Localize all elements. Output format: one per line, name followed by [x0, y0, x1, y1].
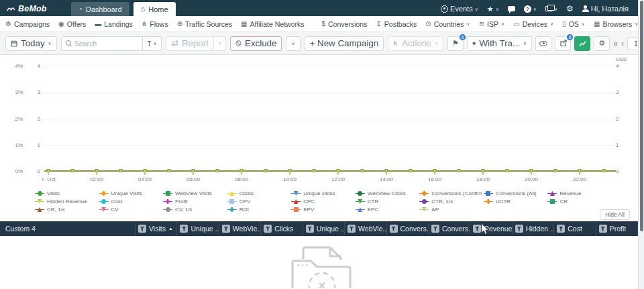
report-dropdown-button[interactable]: ∨ — [214, 36, 226, 51]
legend-item-webview-clicks[interactable]: WebView Clicks — [356, 190, 419, 196]
nav-item-os[interactable]: ▯OS∨ — [562, 20, 585, 28]
table-column-webvie[interactable]: WebVie... — [345, 221, 386, 236]
legend-item-profit[interactable]: Profit — [163, 198, 226, 205]
legend-item-cr-1-x[interactable]: CR, 1/x — [35, 207, 98, 213]
legend-marker-shape — [101, 190, 106, 196]
legend-item-epv[interactable]: EPV — [291, 207, 354, 213]
hide-all-button[interactable]: Hide All — [600, 209, 630, 220]
nav-item-isp[interactable]: ≋ISP∨ — [479, 20, 504, 28]
traffic-chart: USD 4%443%332%221%110%00 7. Oct02:0004:0… — [0, 55, 638, 221]
bemob-logo[interactable]: BeMob — [0, 4, 54, 16]
nav-item-traffic-sources[interactable]: ⊕Traffic Sources — [177, 20, 232, 28]
filter-button[interactable] — [431, 225, 439, 233]
legend-marker — [163, 190, 172, 196]
legend-item-visits[interactable]: Visits — [35, 190, 98, 196]
nav-item-flows[interactable]: ⋔Flows — [142, 20, 168, 28]
nav-item-postbacks[interactable]: ↧Postbacks — [376, 20, 417, 28]
table-settings-button[interactable]: ⚙ — [594, 36, 610, 51]
nav-item-conversions[interactable]: $Conversions — [321, 20, 367, 28]
prev-page-button[interactable]: ‹ — [621, 39, 624, 48]
nav-item-landings[interactable]: ▬Landings — [95, 20, 133, 28]
report-button[interactable]: ⇄ Report — [166, 36, 214, 51]
filter-button[interactable] — [515, 225, 523, 233]
table-column-convers[interactable]: Convers... — [429, 221, 470, 236]
actions-button[interactable]: Actions ∨ — [388, 36, 443, 51]
filter-button[interactable] — [138, 225, 146, 233]
legend-item-hidden-revenue[interactable]: Hidden Revenue — [35, 198, 98, 205]
flags-button[interactable]: ⚑ 6 — [447, 36, 464, 51]
table-column-profit[interactable]: Profit — [596, 221, 638, 236]
legend-label: ROI — [239, 207, 249, 213]
filter-button[interactable] — [473, 225, 481, 233]
share-button[interactable]: 6 — [555, 36, 571, 51]
legend-item-cpv[interactable]: CPV — [227, 198, 290, 205]
user-menu[interactable]: Hi, Наталія — [582, 5, 629, 13]
nav-item-countries[interactable]: ⊙Countries∨ — [425, 20, 470, 28]
legend-item-revenue[interactable]: Revenue — [547, 190, 610, 196]
traffic-filter-button[interactable]: ♥ With Tra... ∨ — [467, 36, 532, 51]
table-column-convers[interactable]: Convers... — [387, 221, 429, 236]
nav-item-campaigns[interactable]: ⚙Campaigns — [5, 20, 50, 28]
legend-item-webview-visits[interactable]: WebView Visits — [163, 190, 226, 196]
legend-item-ctr-1-x[interactable]: CTR, 1/x — [419, 198, 482, 205]
legend-item-ctr[interactable]: CTR — [356, 198, 419, 205]
filter-button[interactable] — [306, 225, 314, 233]
billing-menu[interactable]: ∨ — [545, 6, 557, 11]
filter-button[interactable] — [347, 225, 356, 233]
filter-button[interactable] — [390, 225, 398, 233]
table-column-unique[interactable]: Unique ... — [303, 221, 345, 236]
vertical-scrollbar[interactable] — [638, 0, 644, 289]
filter-button[interactable] — [557, 225, 565, 233]
legend-item-ap[interactable]: AP — [419, 207, 482, 213]
legend-item-unique-visits[interactable]: Unique Visits — [99, 190, 162, 196]
favorites-menu[interactable]: ★ ∨ — [487, 5, 499, 13]
date-range-button[interactable]: Today ∨ — [5, 36, 57, 51]
legend-item-epc[interactable]: EPC — [356, 207, 419, 213]
nav-item-devices[interactable]: ▭Devices∨ — [513, 20, 553, 28]
legend-item-cv[interactable]: CV — [99, 207, 162, 213]
scrollbar-thumb[interactable] — [640, 1, 643, 231]
table-column-hidden[interactable]: Hidden ... — [513, 221, 554, 236]
filter-button[interactable] — [222, 225, 230, 233]
chevron-down-icon: ∨ — [550, 21, 553, 26]
legend-item-cr[interactable]: CR — [547, 198, 610, 205]
filter-button[interactable] — [180, 225, 188, 233]
first-page-button[interactable]: « — [613, 39, 618, 48]
legend-item-clicks[interactable]: Clicks — [227, 190, 290, 196]
nav-item-browsers[interactable]: ▦Browsers∨ — [594, 20, 638, 28]
table-column-cost[interactable]: Cost — [554, 221, 596, 236]
exclude-button[interactable]: Exclude — [230, 36, 282, 51]
table-column-webvie[interactable]: WebVie... — [219, 221, 261, 236]
settings-button[interactable]: ⚙ — [566, 4, 574, 13]
nav-item-offers[interactable]: ◉Offers — [58, 20, 86, 28]
legend-item-unique-clicks[interactable]: Unique clicks — [291, 190, 354, 196]
legend-item-cost[interactable]: Cost — [99, 198, 162, 205]
nav-item-affiliate-networks[interactable]: ▦Affiliate Networks — [241, 20, 304, 28]
legend-label: Unique Visits — [111, 190, 143, 196]
search-input[interactable] — [74, 40, 140, 48]
legend-item-conversions-confirmed[interactable]: Conversions (Confirmed) — [419, 190, 482, 196]
search-type-selector[interactable]: T ∨ — [142, 37, 161, 50]
legend-item-cv-1-x[interactable]: CV, 1/x — [163, 207, 226, 213]
legend-item-cpc[interactable]: CPC — [291, 198, 354, 205]
table-column-revenue[interactable]: Revenue▲ — [470, 221, 512, 236]
events-menu[interactable]: Events ∨ — [441, 5, 478, 13]
chat-button[interactable] — [508, 6, 515, 11]
tab-home[interactable]: ⌂ Home — [133, 2, 176, 16]
visibility-button[interactable] — [535, 36, 551, 51]
legend-item-roi[interactable]: ROI — [227, 207, 290, 213]
chart-toggle-button[interactable] — [574, 36, 590, 51]
filter-button[interactable] — [599, 225, 607, 233]
table-group-column[interactable]: Custom 4 — [0, 221, 136, 236]
exclude-dropdown-button[interactable]: ∨ — [286, 36, 300, 51]
filter-button[interactable] — [264, 225, 272, 233]
table-column-unique[interactable]: Unique ... — [177, 221, 219, 236]
help-menu[interactable]: ? ∨ — [524, 5, 537, 13]
new-campaign-button[interactable]: + New Campaign — [305, 36, 384, 51]
table-column-clicks[interactable]: Clicks — [261, 221, 303, 236]
tab-dashboard[interactable]: ◔ Dashboard — [71, 2, 129, 16]
table-column-visits[interactable]: Visits▲ — [136, 221, 177, 236]
legend-marker — [99, 207, 109, 213]
legend-item-conversions-all[interactable]: Conversions (All) — [484, 190, 547, 196]
legend-item-uctr[interactable]: UCTR — [484, 198, 547, 205]
